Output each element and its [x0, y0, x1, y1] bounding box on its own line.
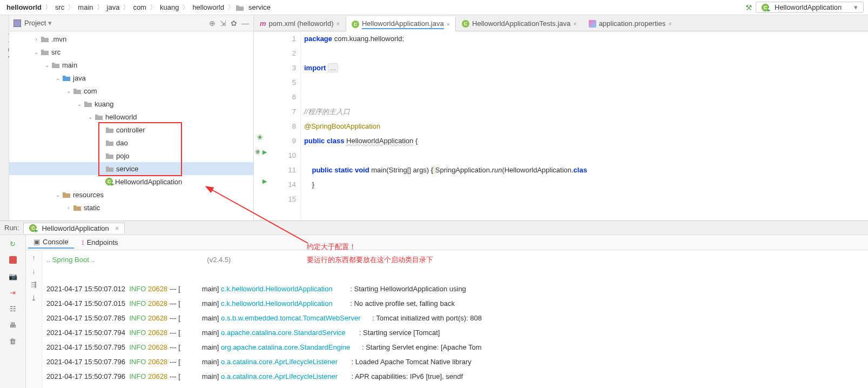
run-config-icon: C [762, 4, 769, 11]
folder-icon [235, 4, 244, 11]
crumb-main[interactable]: main [76, 3, 95, 11]
endpoints-tab[interactable]: ⟟Endpoints [76, 237, 124, 249]
stop-button[interactable] [8, 255, 18, 265]
close-icon[interactable]: × [573, 21, 576, 27]
run-sub-tabs: ▣Console ⟟Endpoints [26, 235, 868, 250]
tree-resources[interactable]: ⌄resources [9, 188, 253, 201]
run-config-selector[interactable]: C HelloworldApplication ▾ [756, 2, 864, 13]
up-icon[interactable]: ↑ [32, 253, 36, 262]
collapse-icon[interactable]: — [241, 19, 249, 28]
run-config-label: HelloworldApplication [775, 3, 842, 11]
scroll-icon[interactable]: ⤓ [31, 294, 37, 302]
build-icon[interactable]: ⚒ [745, 3, 752, 12]
gear-icon[interactable]: ✿ [231, 19, 237, 28]
project-tree[interactable]: ›.mvn ⌄src ⌄main ⌄java ⌄com ⌄kuang ⌄hell… [9, 31, 253, 220]
tree-kuang[interactable]: ⌄kuang [9, 97, 253, 110]
run-label: Run: [4, 224, 19, 232]
crumb-com[interactable]: com [131, 3, 149, 11]
run-tool-window: Run: C HelloworldApplication × ↻ 📷 ⇥ ☷ 🖶… [0, 220, 868, 388]
maven-icon: m [260, 19, 266, 28]
down-icon[interactable]: ↓ [32, 267, 36, 275]
tree-app-class[interactable]: CHelloworldApplication [9, 175, 253, 188]
run-gutter-icon[interactable]: ▶ [263, 178, 267, 185]
code-content[interactable]: package com.kuang.helloworld; import ...… [301, 31, 587, 220]
code-editor[interactable]: ❀ ❀ ▶ ▶ 1235678910111415 package com.kua… [254, 31, 868, 220]
tree-com[interactable]: ⌄com [9, 84, 253, 97]
crumb-java[interactable]: java [105, 3, 122, 11]
project-header: Project ▾ ⊕ ⇲ ✿ — [9, 15, 253, 31]
console-output[interactable]: .. Spring Boot .. (v2.4.5) 2021-04-17 15… [42, 250, 868, 388]
close-icon[interactable]: × [447, 21, 450, 28]
crumb-kuang[interactable]: kuang [158, 3, 181, 11]
expand-icon[interactable]: ⇲ [220, 19, 226, 28]
console-tab[interactable]: ▣Console [28, 236, 74, 249]
layout-icon[interactable]: ☷ [8, 303, 18, 314]
breadcrumb: helloworld〉 src〉 main〉 java〉 com〉 kuang〉… [0, 0, 868, 15]
class-icon: C [462, 20, 469, 28]
console-toolbar: ↑ ↓ ⇶ ⤓ [26, 250, 42, 388]
tab-app[interactable]: CHelloworldApplication.java× [346, 16, 456, 31]
crumb-helloworld2[interactable]: helloworld [190, 3, 226, 11]
project-tool-window: Project ▾ ⊕ ⇲ ✿ — ›.mvn ⌄src ⌄main ⌄java… [9, 15, 254, 220]
run-header: Run: C HelloworldApplication × [0, 221, 868, 235]
left-tool-strip: 1: Project [0, 15, 9, 220]
project-icon [14, 19, 21, 27]
project-title: Project [24, 19, 46, 27]
tab-props[interactable]: application.properties× [583, 16, 678, 31]
tree-mvn[interactable]: ›.mvn [9, 32, 253, 45]
tree-controller[interactable]: controller [9, 123, 253, 136]
tree-service[interactable]: service [9, 162, 253, 175]
trash-icon[interactable]: 🗑 [8, 336, 18, 346]
crumb-helloworld[interactable]: helloworld [4, 3, 44, 11]
run-side-toolbar: ↻ 📷 ⇥ ☷ 🖶 🗑 [0, 235, 26, 388]
close-icon[interactable]: × [336, 21, 339, 27]
tree-dao[interactable]: dao [9, 136, 253, 149]
close-icon[interactable]: × [115, 224, 119, 232]
close-icon[interactable]: × [668, 21, 671, 27]
tree-main[interactable]: ⌄main [9, 58, 253, 71]
gutter-icons: ❀ ❀ ▶ ▶ [254, 31, 271, 220]
class-icon: C [105, 178, 113, 185]
tab-pom[interactable]: mpom.xml (helloworld)× [254, 16, 346, 31]
props-icon [589, 20, 596, 28]
wrap-icon[interactable]: ⇶ [31, 280, 37, 289]
tree-java[interactable]: ⌄java [9, 71, 253, 84]
tree-helloworld[interactable]: ⌄helloworld [9, 110, 253, 123]
tree-pojo[interactable]: pojo [9, 149, 253, 162]
tree-src[interactable]: ⌄src [9, 45, 253, 58]
dropdown-icon: ▾ [854, 3, 858, 11]
class-icon: C [352, 21, 359, 28]
spring-leaf-icon: ❀ [255, 148, 260, 156]
class-icon: C [29, 224, 37, 232]
print-icon[interactable]: 🖶 [8, 319, 18, 330]
rerun-button[interactable]: ↻ [8, 238, 18, 249]
exit-icon[interactable]: ⇥ [8, 287, 18, 298]
crumb-src[interactable]: src [53, 3, 66, 11]
line-numbers: 1235678910111415 [271, 31, 301, 220]
annotation-text: 约定大于配置！ 要运行的东西都要放在这个启动类目录下 [307, 240, 433, 266]
editor-area: mpom.xml (helloworld)× CHelloworldApplic… [254, 15, 868, 220]
camera-icon[interactable]: 📷 [8, 271, 18, 282]
spring-leaf-icon: ❀ [257, 133, 263, 141]
run-tab[interactable]: C HelloworldApplication × [23, 223, 125, 233]
editor-tabs: mpom.xml (helloworld)× CHelloworldApplic… [254, 15, 868, 31]
dropdown-icon[interactable]: ▾ [48, 19, 52, 27]
crumb-service[interactable]: service [246, 3, 273, 11]
tab-tests[interactable]: CHelloworldApplicationTests.java× [456, 16, 583, 31]
tree-static[interactable]: ›static [9, 201, 253, 214]
run-gutter-icon[interactable]: ▶ [263, 149, 267, 156]
target-icon[interactable]: ⊕ [209, 19, 216, 28]
